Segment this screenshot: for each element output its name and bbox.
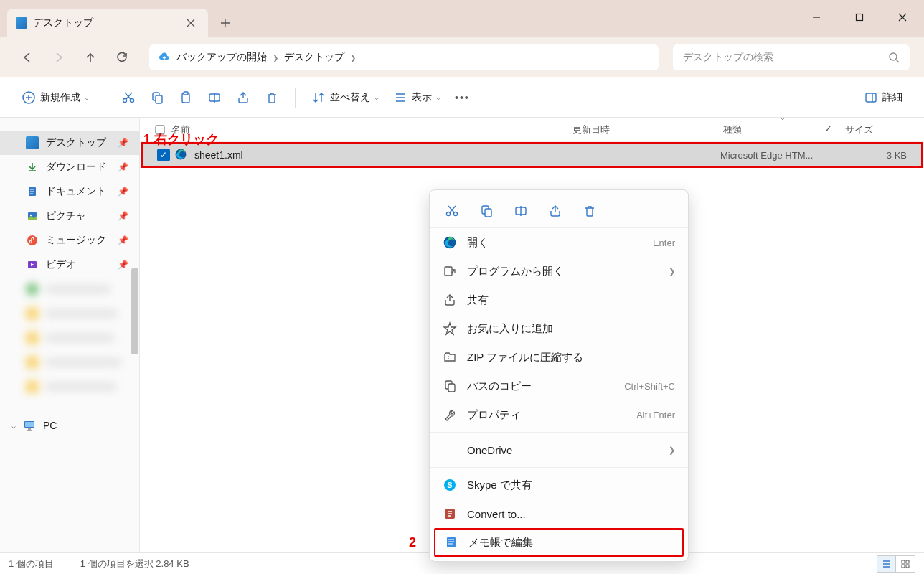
- copy-button[interactable]: [143, 86, 171, 109]
- scrollbar-thumb[interactable]: [131, 268, 138, 354]
- sidebar-item[interactable]: [0, 301, 140, 326]
- chevron-right-icon[interactable]: ❯: [350, 54, 356, 62]
- svg-rect-0: [857, 14, 863, 21]
- sidebar-item-music[interactable]: ミュージック 📌: [0, 228, 140, 253]
- column-header-row: 名前 更新日時 ⌵ 種類 ✓ サイズ: [140, 118, 924, 142]
- wrench-icon: [443, 408, 457, 422]
- ctx-copy-path[interactable]: パスのコピー Ctrl+Shift+C: [430, 372, 688, 400]
- rename-button[interactable]: [200, 86, 229, 109]
- desktop-icon: [16, 17, 27, 29]
- separator: [430, 432, 688, 433]
- copy-button[interactable]: [477, 202, 496, 220]
- sidebar-item-documents[interactable]: ドキュメント 📌: [0, 179, 140, 204]
- music-icon: [26, 234, 39, 247]
- blank-icon: [443, 443, 457, 457]
- chevron-down-icon: ⌵: [374, 93, 379, 101]
- minimize-button[interactable]: [795, 0, 838, 34]
- svg-point-13: [30, 215, 32, 216]
- new-tab-button[interactable]: [214, 11, 237, 34]
- delete-button[interactable]: [580, 202, 599, 220]
- column-date[interactable]: 更新日時: [572, 123, 723, 136]
- column-type[interactable]: ⌵ 種類 ✓: [723, 123, 845, 136]
- pin-icon[interactable]: 📌: [118, 211, 128, 221]
- sidebar-item-downloads[interactable]: ダウンロード 📌: [0, 155, 140, 179]
- svg-rect-8: [184, 92, 188, 95]
- new-button[interactable]: 新規作成 ⌵: [14, 86, 96, 109]
- icons-view-button[interactable]: [896, 556, 915, 572]
- search-icon: [888, 52, 900, 63]
- file-row[interactable]: ✓ sheet1.xml Microsoft Edge HTM... 3 KB: [141, 142, 923, 168]
- ctx-compress-zip[interactable]: ZIP ファイルに圧縮する: [430, 343, 688, 372]
- ctx-open-with[interactable]: プログラムから開く ❯: [430, 257, 688, 286]
- checkbox-checked-icon[interactable]: ✓: [157, 149, 170, 161]
- sidebar-item[interactable]: [0, 326, 140, 350]
- up-button[interactable]: [77, 44, 103, 70]
- forward-button[interactable]: [46, 44, 72, 70]
- svg-text:S: S: [447, 481, 452, 489]
- copy-icon: [150, 90, 164, 105]
- delete-button[interactable]: [258, 86, 286, 109]
- pin-icon[interactable]: 📌: [118, 138, 128, 148]
- search-input[interactable]: デスクトップの検索: [673, 44, 910, 70]
- ctx-convert[interactable]: Convert to...: [430, 499, 688, 528]
- sidebar-item-pictures[interactable]: ピクチャ 📌: [0, 204, 140, 228]
- search-placeholder: デスクトップの検索: [683, 51, 773, 64]
- file-type: Microsoft Edge HTM...: [720, 150, 842, 161]
- column-name[interactable]: 名前: [171, 123, 572, 136]
- breadcrumb-segment[interactable]: バックアップの開始: [176, 51, 267, 64]
- view-button[interactable]: 表示 ⌵: [386, 86, 448, 109]
- pin-icon[interactable]: 📌: [118, 162, 128, 172]
- selection-info: 1 個の項目を選択 2.84 KB: [80, 557, 189, 570]
- details-view-button[interactable]: [877, 556, 896, 572]
- share-button[interactable]: [546, 202, 565, 220]
- ctx-onedrive[interactable]: OneDrive ❯: [430, 436, 688, 464]
- chevron-down-icon: ⌵: [85, 93, 89, 101]
- rename-button[interactable]: [512, 202, 530, 220]
- sidebar-item[interactable]: [0, 350, 140, 375]
- file-size: 3 KB: [842, 150, 921, 161]
- share-button[interactable]: [229, 86, 258, 109]
- edge-icon: [443, 235, 457, 250]
- refresh-button[interactable]: [109, 44, 135, 70]
- ctx-share[interactable]: 共有: [430, 286, 688, 314]
- pin-icon[interactable]: 📌: [118, 235, 128, 245]
- maximize-button[interactable]: [838, 0, 881, 34]
- nav-sidebar: デスクトップ 📌 ダウンロード 📌 ドキュメント 📌 ピクチャ 📌 ミュージック…: [0, 118, 140, 552]
- svg-point-4: [131, 98, 134, 102]
- back-button[interactable]: [14, 44, 40, 70]
- sidebar-item[interactable]: [0, 277, 140, 301]
- item-count: 1 個の項目: [9, 557, 54, 570]
- more-button[interactable]: •••: [448, 88, 477, 108]
- sidebar-item-video[interactable]: ビデオ 📌: [0, 253, 140, 277]
- ctx-edit-notepad[interactable]: メモ帳で編集: [434, 528, 684, 557]
- cut-button[interactable]: [114, 86, 143, 109]
- column-size[interactable]: サイズ: [845, 123, 924, 136]
- svg-rect-26: [445, 267, 452, 276]
- window-tab[interactable]: デスクトップ: [7, 9, 208, 37]
- close-window-button[interactable]: [881, 0, 924, 34]
- chevron-right-icon[interactable]: ❯: [273, 54, 278, 62]
- convert-icon: [443, 507, 457, 521]
- window-controls: [795, 0, 924, 34]
- copy-path-icon: [443, 379, 457, 393]
- sidebar-item-desktop[interactable]: デスクトップ 📌: [0, 131, 140, 155]
- details-button[interactable]: 詳細: [857, 86, 910, 109]
- close-tab-icon[interactable]: [182, 14, 199, 32]
- ctx-skype[interactable]: S Skype で共有: [430, 471, 688, 499]
- sort-button[interactable]: 並べ替え ⌵: [304, 86, 386, 109]
- separator: [295, 88, 296, 108]
- sidebar-item[interactable]: [0, 375, 140, 399]
- cloud-sync-icon: [158, 51, 171, 64]
- cut-button[interactable]: [443, 202, 461, 220]
- notepad-icon: [444, 535, 458, 550]
- breadcrumb[interactable]: バックアップの開始 ❯ デスクトップ ❯: [149, 44, 659, 70]
- pin-icon[interactable]: 📌: [118, 187, 128, 197]
- trash-icon: [265, 90, 279, 105]
- ctx-open[interactable]: 開く Enter: [430, 228, 688, 257]
- breadcrumb-segment[interactable]: デスクトップ: [284, 51, 344, 64]
- paste-button[interactable]: [171, 86, 200, 109]
- ctx-add-favorites[interactable]: お気に入りに追加: [430, 314, 688, 343]
- ctx-properties[interactable]: プロパティ Alt+Enter: [430, 400, 688, 429]
- sidebar-item-pc[interactable]: ⌵ PC: [0, 413, 140, 438]
- pin-icon[interactable]: 📌: [118, 260, 128, 270]
